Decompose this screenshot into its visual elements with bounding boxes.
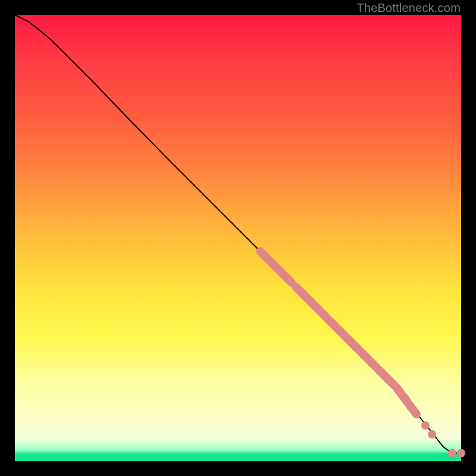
highlight-segment <box>261 252 292 283</box>
chart-container: TheBottleneck.com <box>0 0 476 476</box>
highlight-segment <box>361 352 376 367</box>
plot-overlay <box>15 15 461 461</box>
highlight-segment <box>296 287 359 350</box>
highlight-group <box>261 252 466 458</box>
highlight-point <box>428 430 436 439</box>
watermark-text: TheBottleneck.com <box>356 1 461 15</box>
highlight-segment <box>378 369 394 385</box>
highlight-point <box>457 449 465 458</box>
highlight-point <box>448 449 456 458</box>
highlight-point <box>421 421 430 430</box>
highlight-point <box>401 394 409 403</box>
